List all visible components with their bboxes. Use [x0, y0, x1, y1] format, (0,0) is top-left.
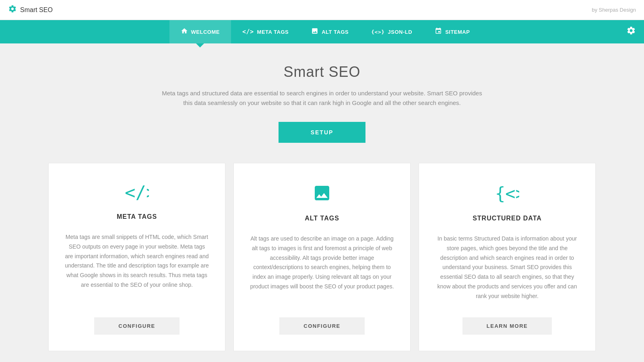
json-icon: {<>}	[371, 29, 384, 35]
code-icon: </>	[242, 28, 254, 35]
card-structured-data-title: STRUCTURED DATA	[473, 215, 542, 222]
configure-alt-tags-button[interactable]: CONFIGURE	[279, 317, 365, 335]
tab-sitemap-label: SITEMAP	[445, 29, 470, 35]
card-meta-tags-description: Meta tags are small snippets of HTML cod…	[65, 232, 209, 301]
card-structured-data: {<>} STRUCTURED DATA In basic terms Stru…	[419, 163, 596, 351]
top-bar: Smart SEO by Sherpas Design	[0, 0, 644, 20]
home-icon	[181, 27, 188, 36]
cards-container: </> META TAGS Meta tags are small snippe…	[40, 163, 604, 351]
learn-more-button[interactable]: LEARN MORE	[462, 317, 552, 335]
card-meta-tags-title: META TAGS	[117, 213, 157, 220]
tab-welcome[interactable]: WELCOME	[169, 20, 231, 43]
tab-alt-tags[interactable]: ALT TAGS	[300, 20, 360, 43]
card-structured-data-description: In basic terms Structured Data is inform…	[435, 234, 579, 301]
brand-credit: by Sherpas Design	[592, 7, 636, 13]
card-alt-tags-title: ALT TAGS	[305, 215, 339, 222]
sitemap-icon	[435, 27, 442, 36]
card-meta-tags: </> META TAGS Meta tags are small snippe…	[48, 163, 225, 351]
setup-button[interactable]: SETUP	[279, 122, 366, 143]
alt-tags-icon	[311, 183, 333, 207]
tab-json-ld[interactable]: {<>} JSON-LD	[360, 20, 423, 43]
main-content: Smart SEO Meta tags and structured data …	[0, 43, 644, 362]
nav-tabs: WELCOME </> META TAGS ALT TAGS {<>} JSON…	[169, 20, 481, 43]
tab-welcome-label: WELCOME	[191, 29, 220, 35]
tab-alt-tags-label: ALT TAGS	[322, 29, 349, 35]
card-alt-tags-description: Alt tags are used to describe an image o…	[250, 234, 394, 301]
card-alt-tags: ALT TAGS Alt tags are used to describe a…	[233, 163, 411, 351]
app-name: Smart SEO	[20, 6, 53, 14]
meta-tags-icon: </>	[125, 183, 149, 205]
nav-settings-icon[interactable]	[626, 26, 636, 38]
page-description: Meta tags and structured data are essent…	[161, 88, 483, 108]
configure-meta-tags-button[interactable]: CONFIGURE	[94, 317, 180, 335]
page-title: Smart SEO	[283, 64, 360, 80]
tab-meta-tags-label: META TAGS	[257, 29, 289, 35]
nav-bar: WELCOME </> META TAGS ALT TAGS {<>} JSON…	[0, 20, 644, 43]
svg-text:</>: </>	[125, 183, 149, 201]
svg-text:{<>}: {<>}	[495, 184, 519, 203]
tab-meta-tags[interactable]: </> META TAGS	[231, 20, 300, 43]
app-logo-area: Smart SEO	[8, 4, 53, 15]
image-icon	[311, 27, 318, 36]
structured-data-icon: {<>}	[495, 183, 519, 207]
app-gear-icon	[8, 4, 17, 15]
tab-json-ld-label: JSON-LD	[388, 29, 413, 35]
tab-sitemap[interactable]: SITEMAP	[423, 20, 481, 43]
